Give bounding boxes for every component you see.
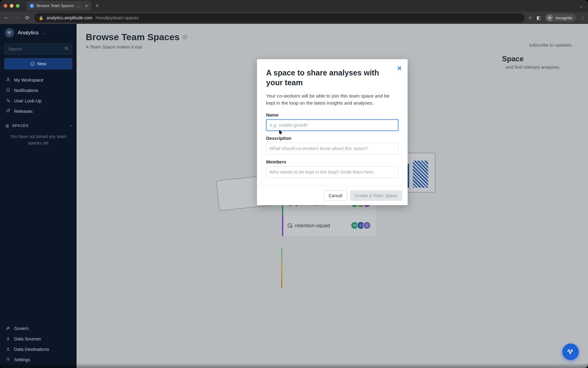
amplitude-favicon-icon: A <box>29 3 34 8</box>
chevron-right-icon: › <box>70 124 72 128</box>
chevron-down-icon: ⌄ <box>43 31 46 35</box>
window-traffic-lights[interactable] <box>4 4 20 8</box>
cancel-button[interactable]: Cancel <box>324 190 347 201</box>
lock-icon: 🔒 <box>39 16 43 20</box>
tabs-overflow-icon[interactable]: ⌄ <box>575 3 588 8</box>
nav-label: User Look-Up <box>14 98 41 103</box>
nav-label: Data Sources <box>14 336 41 341</box>
product-name: Analytics <box>18 30 39 36</box>
search-input[interactable] <box>4 44 72 55</box>
nav-label: Settings <box>14 357 30 362</box>
incognito-icon <box>546 14 553 21</box>
bookmark-star-icon[interactable]: ☆ <box>528 15 532 21</box>
sidebar-item-notifications[interactable]: Notifications <box>0 85 77 96</box>
panel-icon[interactable]: ◧ <box>537 15 541 21</box>
bell-icon <box>6 88 10 93</box>
sidebar-item-releases[interactable]: Releases <box>0 106 77 117</box>
amplitude-wave-icon <box>567 348 575 356</box>
user-icon <box>6 77 10 83</box>
browser-tab[interactable]: A Browse Team Spaces - Amplitu ✕ <box>26 1 91 11</box>
sidebar-item-data-destinations[interactable]: Data Destinations <box>0 344 77 355</box>
sidebar-item-user-look-up[interactable]: User Look-Up <box>0 96 77 106</box>
new-tab-button[interactable]: + <box>94 3 101 9</box>
reload-button[interactable]: ⟳ <box>24 15 31 21</box>
target-icon: ◎ <box>6 124 9 128</box>
name-input[interactable] <box>266 119 398 131</box>
nav-label: Data Destinations <box>14 347 49 352</box>
members-input[interactable] <box>266 166 398 178</box>
close-icon[interactable]: ✕ <box>397 65 402 72</box>
new-button-label: New <box>37 61 46 66</box>
search-icon <box>64 46 69 52</box>
modal-description: Your co-workers will be able to join thi… <box>266 92 398 107</box>
incognito-label: Incognito <box>556 16 572 20</box>
back-button[interactable]: ← <box>3 15 10 21</box>
sidebar-item-my-workspace[interactable]: My Workspace <box>0 75 77 85</box>
new-button[interactable]: + New <box>4 58 72 69</box>
svg-point-4 <box>7 99 8 100</box>
help-fab[interactable] <box>562 343 579 360</box>
close-tab-icon[interactable]: ✕ <box>85 4 88 8</box>
description-label: Description <box>266 136 398 141</box>
upload-icon <box>6 347 10 352</box>
nav-label: My Workspace <box>14 78 43 82</box>
sidebar-item-data-sources[interactable]: Data Sources <box>0 334 77 344</box>
spaces-header-label: SPACES <box>12 124 28 128</box>
close-window-icon[interactable] <box>4 4 7 8</box>
spaces-section-header[interactable]: ◎SPACES › <box>0 118 77 130</box>
address-bar[interactable]: 🔒 analytics.amplitude.com/moodjoy/team-s… <box>34 13 525 22</box>
nav-label: Releases <box>14 109 32 114</box>
svg-point-1 <box>550 17 551 19</box>
browser-chrome: A Browse Team Spaces - Amplitu ✕ + ⌄ ← →… <box>0 0 588 24</box>
wrench-icon <box>6 326 10 331</box>
forward-button[interactable]: → <box>13 15 20 21</box>
name-label: Name <box>266 112 398 117</box>
nav-label: Govern <box>14 326 29 331</box>
download-icon <box>6 336 10 342</box>
sidebar-item-settings[interactable]: Settings <box>0 355 77 365</box>
minimize-window-icon[interactable] <box>10 4 13 8</box>
url-host: analytics.amplitude.com <box>47 15 92 20</box>
create-team-space-button[interactable]: Create a Team Space <box>350 190 402 201</box>
svg-point-2 <box>65 47 68 49</box>
nav-label: Notifications <box>14 88 38 93</box>
search-field[interactable] <box>8 46 64 52</box>
mouse-cursor-icon <box>279 130 283 135</box>
url-path: /moodjoy/team-spaces <box>95 15 138 20</box>
modal-title: A space to share analyses with your team <box>266 68 391 87</box>
kebab-menu-icon[interactable]: ⋮ <box>580 15 585 21</box>
product-switcher[interactable]: Analytics ⌄ <box>0 24 77 42</box>
fullscreen-window-icon[interactable] <box>16 4 20 8</box>
gear-icon <box>6 357 10 362</box>
lookup-icon <box>6 98 10 104</box>
members-label: Members <box>266 159 398 164</box>
spaces-empty-text: You have not joined any team spaces yet <box>0 130 77 149</box>
incognito-chip[interactable]: Incognito <box>545 13 576 22</box>
amplitude-logo-icon <box>5 28 14 37</box>
browser-tab-title: Browse Team Spaces - Amplitu <box>37 4 82 8</box>
tag-icon <box>6 109 10 114</box>
svg-point-6 <box>9 110 9 110</box>
svg-point-3 <box>7 78 9 80</box>
svg-point-7 <box>7 359 9 360</box>
description-input[interactable] <box>266 143 398 154</box>
plus-circle-icon: + <box>30 62 35 66</box>
main-content: Browse Team Spaces i A Team Space makes … <box>77 24 588 368</box>
svg-point-0 <box>548 17 550 19</box>
sidebar-item-govern[interactable]: Govern <box>0 323 77 334</box>
sidebar: Analytics ⌄ + New My WorkspaceNotificati… <box>0 24 77 368</box>
